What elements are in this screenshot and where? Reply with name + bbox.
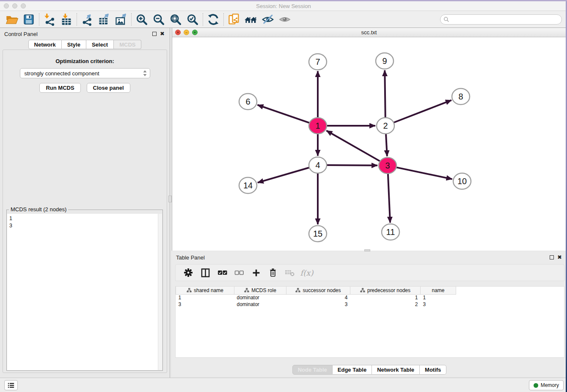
tab-node-table[interactable]: Node Table xyxy=(292,365,333,375)
close-panel-icon[interactable]: ✖ xyxy=(160,32,165,36)
column-header-mcds-role[interactable]: MCDS role xyxy=(234,287,286,294)
export-table-button[interactable] xyxy=(96,12,113,27)
network-window-titlebar[interactable]: ✕ – + scc.txt xyxy=(172,28,566,37)
graph-node-7[interactable]: 7 xyxy=(309,54,327,70)
node-table-grid[interactable]: shared name MCDS role successor nodes pr… xyxy=(176,287,456,308)
network-canvas[interactable]: 7968124314101511 xyxy=(172,37,566,251)
search-field[interactable] xyxy=(440,14,562,25)
column-header-successor-nodes[interactable]: successor nodes xyxy=(286,287,350,294)
panel-splitter-handle[interactable] xyxy=(168,196,172,202)
cell-shared-name[interactable]: 3 xyxy=(176,301,234,308)
cell-mcds-role[interactable]: dominator xyxy=(234,301,286,308)
column-header-shared-name[interactable]: shared name xyxy=(176,287,234,294)
zoom-in-button[interactable] xyxy=(133,12,150,27)
run-mcds-button[interactable]: Run MCDS xyxy=(39,83,80,93)
tab-motifs[interactable]: Motifs xyxy=(420,365,446,375)
table-row[interactable]: 1 dominator 4 1 1 xyxy=(176,294,456,301)
graph-node-1[interactable]: 1 xyxy=(309,118,327,134)
graph-edge-4-14[interactable] xyxy=(258,167,310,182)
graph-node-label: 8 xyxy=(458,92,463,101)
export-to-ndex-button[interactable] xyxy=(226,12,242,27)
hide-graphics-details-button[interactable] xyxy=(259,12,276,27)
select-all-button[interactable] xyxy=(217,268,227,278)
cell-mcds-role[interactable]: dominator xyxy=(234,294,286,301)
node-table: shared name MCDS role successor nodes pr… xyxy=(175,286,564,358)
memory-button[interactable]: Memory xyxy=(529,380,564,390)
cell-successor-nodes[interactable]: 3 xyxy=(286,301,350,308)
plus-icon xyxy=(252,268,261,277)
task-history-button[interactable] xyxy=(4,380,18,390)
zoom-selected-button[interactable] xyxy=(184,12,201,27)
zoom-out-button[interactable] xyxy=(150,12,167,27)
import-network-button[interactable] xyxy=(41,12,58,27)
zoom-in-icon xyxy=(135,13,148,26)
graph-edge-3-1[interactable] xyxy=(326,131,381,162)
float-panel-icon[interactable] xyxy=(550,255,554,259)
column-header-name[interactable]: name xyxy=(421,287,456,294)
gear-icon xyxy=(184,268,193,277)
graph-edge-3-11[interactable] xyxy=(388,173,390,223)
close-panel-button[interactable]: Close panel xyxy=(87,83,130,93)
import-table-button[interactable] xyxy=(58,12,75,27)
graph-node-14[interactable]: 14 xyxy=(239,177,257,193)
close-panel-icon[interactable]: ✖ xyxy=(557,255,562,259)
save-session-button[interactable] xyxy=(20,12,37,27)
graph-node-9[interactable]: 9 xyxy=(376,53,394,69)
export-table-icon xyxy=(98,13,110,26)
zoom-out-icon xyxy=(152,13,165,26)
add-row-button[interactable] xyxy=(251,268,261,278)
graph-node-10[interactable]: 10 xyxy=(453,173,471,189)
table-settings-button[interactable] xyxy=(183,268,193,278)
tab-network-table[interactable]: Network Table xyxy=(372,365,420,375)
cell-name[interactable]: 1 xyxy=(421,294,456,301)
cell-predecessor-nodes[interactable]: 2 xyxy=(350,301,421,308)
graph-node-8[interactable]: 8 xyxy=(452,88,470,105)
cell-name[interactable]: 3 xyxy=(421,301,456,308)
tab-mcds[interactable]: MCDS xyxy=(114,40,141,49)
cell-successor-nodes[interactable]: 4 xyxy=(286,294,350,301)
open-session-button[interactable] xyxy=(3,12,20,27)
deselect-all-button[interactable] xyxy=(234,268,244,278)
show-graphics-details-button[interactable] xyxy=(276,12,293,27)
mcds-result-list[interactable]: 1 3 xyxy=(7,214,158,370)
cell-shared-name[interactable]: 1 xyxy=(176,294,234,301)
graph-node-label: 4 xyxy=(315,160,320,170)
graph-node-15[interactable]: 15 xyxy=(309,226,327,242)
graph-node-6[interactable]: 6 xyxy=(239,94,257,110)
graph-node-2[interactable]: 2 xyxy=(377,118,394,134)
result-scrollbar[interactable] xyxy=(158,214,162,370)
toolbar-separator xyxy=(77,13,77,26)
tab-style[interactable]: Style xyxy=(62,40,86,49)
tab-edge-table[interactable]: Edge Table xyxy=(333,365,372,375)
delete-table-icon xyxy=(285,268,295,277)
graph-edge-2-8[interactable] xyxy=(393,100,451,123)
graph-edge-4-3[interactable] xyxy=(326,165,377,166)
zoom-fit-button[interactable] xyxy=(167,12,184,27)
delete-table-button[interactable] xyxy=(285,268,295,278)
reset-view-button[interactable] xyxy=(242,12,259,27)
graph-node-11[interactable]: 11 xyxy=(382,224,399,240)
window-titlebar: Session: New Session xyxy=(0,1,567,11)
graph-edge-2-9[interactable] xyxy=(385,70,385,119)
graph-edge-1-6[interactable] xyxy=(257,105,310,123)
export-network-button[interactable] xyxy=(79,12,96,27)
apply-layout-button[interactable] xyxy=(205,12,222,27)
tab-network[interactable]: Network xyxy=(28,40,62,49)
column-header-predecessor-nodes[interactable]: predecessor nodes xyxy=(350,287,421,294)
graph-node-3[interactable]: 3 xyxy=(379,157,396,174)
graph-node-4[interactable]: 4 xyxy=(309,157,327,173)
function-builder-button[interactable]: f(x) xyxy=(302,268,312,278)
show-columns-button[interactable] xyxy=(200,268,210,278)
delete-row-button[interactable] xyxy=(268,268,278,278)
search-input[interactable] xyxy=(449,17,561,22)
export-image-button[interactable] xyxy=(113,12,129,27)
graph-edge-3-10[interactable] xyxy=(395,167,452,179)
float-panel-icon[interactable] xyxy=(152,32,157,36)
table-row[interactable]: 3 dominator 3 2 3 xyxy=(176,301,456,308)
table-panel: Table Panel ✖ xyxy=(172,251,567,377)
columns-icon xyxy=(201,268,210,277)
tab-select[interactable]: Select xyxy=(86,40,114,49)
graph-edge-2-3[interactable] xyxy=(386,133,387,156)
criterion-select[interactable]: strongly connected component xyxy=(20,68,150,78)
cell-predecessor-nodes[interactable]: 1 xyxy=(350,294,421,301)
